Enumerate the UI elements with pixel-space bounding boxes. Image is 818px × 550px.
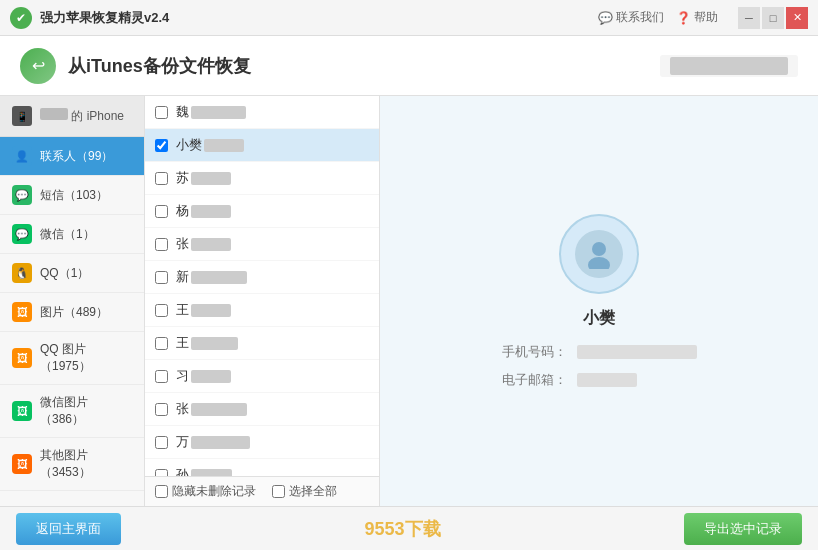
phone-value <box>577 345 697 359</box>
sidebar-item-2[interactable]: 💬 微信（1） <box>0 215 144 254</box>
contact-detail-name: 小樊 <box>583 308 615 329</box>
contact-name: 张 <box>176 400 369 418</box>
detail-card: 小樊 手机号码： 电子邮箱： <box>502 214 697 389</box>
contact-row[interactable]: 杨 <box>145 195 379 228</box>
sidebar-icon-4: 🖼 <box>12 302 32 322</box>
sidebar-item-1[interactable]: 💬 短信（103） <box>0 176 144 215</box>
sidebar-icon-2: 💬 <box>12 224 32 244</box>
contact-name: 新 <box>176 268 369 286</box>
contact-row[interactable]: 孙 <box>145 459 379 476</box>
page-title: 从iTunes备份文件恢复 <box>68 54 251 78</box>
contact-name: 孙 <box>176 466 369 476</box>
sidebar-label-5: QQ 图片（1975） <box>40 341 132 375</box>
contact-list-body: 魏小樊苏杨张新王王习张万孙金刘 <box>145 96 379 476</box>
close-button[interactable]: ✕ <box>786 7 808 29</box>
select-all-checkbox[interactable] <box>272 485 285 498</box>
sidebar-icon-0: 👤 <box>12 146 32 166</box>
contact-name: 苏 <box>176 169 369 187</box>
contact-checkbox-8[interactable] <box>155 370 168 383</box>
sidebar-label-3: QQ（1） <box>40 265 89 282</box>
contact-checkbox-11[interactable] <box>155 469 168 477</box>
contact-checkbox-0[interactable] <box>155 106 168 119</box>
svg-point-0 <box>592 242 606 256</box>
sidebar-item-5[interactable]: 🖼 QQ 图片（1975） <box>0 332 144 385</box>
sidebar-items: 👤 联系人（99） 💬 短信（103） 💬 微信（1） 🐧 QQ（1） 🖼 图片… <box>0 137 144 491</box>
header: ↩ 从iTunes备份文件恢复 ████████████ <box>0 36 818 96</box>
sidebar-item-6[interactable]: 🖼 微信图片（386） <box>0 385 144 438</box>
svg-point-1 <box>588 257 610 269</box>
contact-name: 小樊 <box>176 136 369 154</box>
contact-checkbox-6[interactable] <box>155 304 168 317</box>
contact-name: 王 <box>176 301 369 319</box>
contact-row[interactable]: 小樊 <box>145 129 379 162</box>
contact-checkbox-10[interactable] <box>155 436 168 449</box>
contact-list: 魏小樊苏杨张新王王习张万孙金刘 隐藏未删除记录 选择全部 <box>145 96 380 506</box>
sidebar-icon-6: 🖼 <box>12 401 32 421</box>
sidebar-item-4[interactable]: 🖼 图片（489） <box>0 293 144 332</box>
hide-deleted-label[interactable]: 隐藏未删除记录 <box>155 483 256 500</box>
contact-row[interactable]: 苏 <box>145 162 379 195</box>
main-area: 📱 的 iPhone 👤 联系人（99） 💬 短信（103） 💬 微信（1） 🐧… <box>0 96 818 506</box>
window-controls: ─ □ ✕ <box>738 7 808 29</box>
sidebar: 📱 的 iPhone 👤 联系人（99） 💬 短信（103） 💬 微信（1） 🐧… <box>0 96 145 506</box>
avatar-inner <box>575 230 623 278</box>
header-right: ████████████ <box>660 55 798 77</box>
sidebar-icon-5: 🖼 <box>12 348 32 368</box>
email-label: 电子邮箱： <box>502 371 567 389</box>
sidebar-icon-1: 💬 <box>12 185 32 205</box>
sidebar-icon-3: 🐧 <box>12 263 32 283</box>
back-button[interactable]: 返回主界面 <box>16 513 121 545</box>
phone-field: 手机号码： <box>502 343 697 361</box>
contact-row[interactable]: 万 <box>145 426 379 459</box>
contact-row[interactable]: 王 <box>145 294 379 327</box>
user-info: ████████████ <box>670 57 788 75</box>
contact-row[interactable]: 王 <box>145 327 379 360</box>
contact-row[interactable]: 习 <box>145 360 379 393</box>
footer: 返回主界面 9553下载 导出选中记录 <box>0 506 818 550</box>
contact-row[interactable]: 张 <box>145 228 379 261</box>
person-icon <box>584 239 614 269</box>
sidebar-item-0[interactable]: 👤 联系人（99） <box>0 137 144 176</box>
sidebar-label-4: 图片（489） <box>40 304 108 321</box>
app-icon: ✔ <box>10 7 32 29</box>
select-all-label[interactable]: 选择全部 <box>272 483 337 500</box>
export-button[interactable]: 导出选中记录 <box>684 513 802 545</box>
hide-deleted-checkbox[interactable] <box>155 485 168 498</box>
sidebar-label-2: 微信（1） <box>40 226 95 243</box>
contact-checkbox-3[interactable] <box>155 205 168 218</box>
contact-us-button[interactable]: 💬 联系我们 <box>598 9 664 26</box>
contact-checkbox-2[interactable] <box>155 172 168 185</box>
help-icon: ❓ <box>676 11 691 25</box>
sidebar-label-0: 联系人（99） <box>40 148 113 165</box>
contact-checkbox-5[interactable] <box>155 271 168 284</box>
contact-name: 习 <box>176 367 369 385</box>
contact-list-footer: 隐藏未删除记录 选择全部 <box>145 476 379 506</box>
contact-row[interactable]: 新 <box>145 261 379 294</box>
phone-label: 手机号码： <box>502 343 567 361</box>
contact-name: 张 <box>176 235 369 253</box>
contact-row[interactable]: 魏 <box>145 96 379 129</box>
titlebar-left: ✔ 强力苹果恢复精灵v2.4 <box>10 7 169 29</box>
email-value <box>577 373 637 387</box>
help-button[interactable]: ❓ 帮助 <box>676 9 718 26</box>
titlebar: ✔ 强力苹果恢复精灵v2.4 💬 联系我们 ❓ 帮助 ─ □ ✕ <box>0 0 818 36</box>
contact-name: 万 <box>176 433 369 451</box>
contact-name: 王 <box>176 334 369 352</box>
device-item: 📱 的 iPhone <box>0 96 144 137</box>
contact-checkbox-9[interactable] <box>155 403 168 416</box>
app-title: 强力苹果恢复精灵v2.4 <box>40 9 169 27</box>
email-field: 电子邮箱： <box>502 371 697 389</box>
titlebar-right: 💬 联系我们 ❓ 帮助 ─ □ ✕ <box>598 7 808 29</box>
contact-name: 魏 <box>176 103 369 121</box>
sidebar-item-3[interactable]: 🐧 QQ（1） <box>0 254 144 293</box>
minimize-button[interactable]: ─ <box>738 7 760 29</box>
detail-panel: 小樊 手机号码： 电子邮箱： <box>380 96 818 506</box>
contact-checkbox-7[interactable] <box>155 337 168 350</box>
contact-checkbox-1[interactable] <box>155 139 168 152</box>
select-all-text: 选择全部 <box>289 483 337 500</box>
contact-row[interactable]: 张 <box>145 393 379 426</box>
maximize-button[interactable]: □ <box>762 7 784 29</box>
detail-fields: 手机号码： 电子邮箱： <box>502 343 697 389</box>
contact-checkbox-4[interactable] <box>155 238 168 251</box>
sidebar-item-7[interactable]: 🖼 其他图片（3453） <box>0 438 144 491</box>
